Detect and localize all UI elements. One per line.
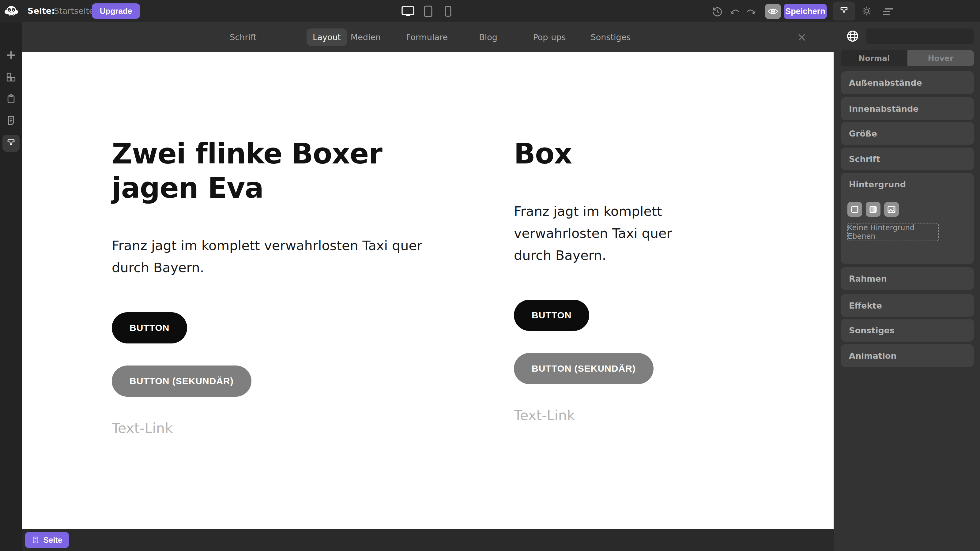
clipboard-icon[interactable] [3,91,19,107]
page-name[interactable]: Startseite [54,6,94,16]
section-hintergrund: Hintergrund Keine Hintergrund-Ebenen [841,173,974,264]
section-schrift[interactable]: Schrift [841,148,974,170]
secondary-button-right[interactable]: BUTTON (SEKUNDÄR) [514,353,654,384]
tab-medien[interactable]: Medien [345,22,387,52]
design-panel-button[interactable] [833,2,855,21]
paragraph-right[interactable]: Franz jagt im komplett verwahrlosten Tax… [514,200,692,266]
left-sidebar: ? [0,22,22,551]
secondary-button-left[interactable]: BUTTON (SEKUNDÄR) [112,365,251,397]
page-context-button[interactable]: Seite [25,532,69,548]
close-icon[interactable] [796,32,807,43]
primary-button-right[interactable]: BUTTON [514,300,589,331]
settings-gear-icon[interactable] [861,5,872,16]
tab-schrift[interactable]: Schrift [224,22,262,52]
top-bar: Seite: Startseite Upgrade [0,0,980,22]
state-toggle: Normal Hover [841,50,974,66]
text-link-left[interactable]: Text-Link [112,420,173,436]
phone-preview-icon[interactable] [445,6,452,17]
state-hover-tab[interactable]: Hover [907,50,974,66]
section-innenabstaende[interactable]: Innenabstände [841,97,974,120]
text-link-right[interactable]: Text-Link [514,407,575,423]
tab-blog[interactable]: Blog [473,22,503,52]
section-effekte[interactable]: Effekte [841,294,974,317]
section-aussenabstaende[interactable]: Außenabstände [841,71,974,94]
section-sonstiges[interactable]: Sonstiges [841,319,974,341]
tab-popups[interactable]: Pop-ups [527,22,572,52]
desktop-preview-icon[interactable] [401,5,415,16]
monkey-logo-icon[interactable] [4,4,18,18]
app-window: Seite: Startseite Upgrade [0,0,980,551]
solid-color-fill-icon[interactable] [847,202,862,217]
blocks-layout-icon[interactable] [3,69,19,85]
page-canvas: Zwei flinke Boxer jagen Eva Franz jagt i… [22,52,834,529]
history-icon[interactable] [711,5,723,17]
section-animation[interactable]: Animation [841,345,974,367]
tablet-preview-icon[interactable] [424,5,433,17]
paragraph-left[interactable]: Franz jagt im komplett verwahrlosten Tax… [112,235,455,279]
heading-right[interactable]: Box [514,137,728,171]
style-paint-brush-icon[interactable] [2,135,20,152]
tab-sonstiges[interactable]: Sonstiges [585,22,637,52]
tab-layout[interactable]: Layout [307,29,347,46]
primary-button-left[interactable]: BUTTON [112,312,187,343]
heading-left[interactable]: Zwei flinke Boxer jagen Eva [112,137,436,205]
tab-formulare[interactable]: Formulare [400,22,454,52]
bottom-bar [22,529,834,551]
state-normal-tab[interactable]: Normal [841,50,907,66]
upgrade-button[interactable]: Upgrade [92,3,140,19]
page-doc-icon [32,536,40,544]
undo-icon[interactable] [730,7,741,16]
add-element-icon[interactable] [3,47,19,63]
background-layers-empty[interactable]: Keine Hintergrund-Ebenen [847,223,939,241]
menu-lines-icon[interactable] [882,8,894,15]
save-button[interactable]: Speichern [784,4,827,19]
globe-icon[interactable] [846,29,859,43]
style-category-tabs: Schrift Layout Medien Formulare Blog Pop… [22,22,834,52]
page-button-label: Seite [43,535,62,545]
pages-document-icon[interactable] [3,113,19,129]
image-fill-icon[interactable] [884,202,899,217]
section-groesse[interactable]: Größe [841,122,974,145]
preview-eye-button[interactable] [765,4,781,19]
page-label: Seite: [27,6,55,16]
section-rahmen[interactable]: Rahmen [841,267,974,290]
gradient-fill-icon[interactable] [866,202,880,217]
redo-icon[interactable] [745,7,756,16]
style-target-select[interactable] [866,29,974,44]
section-hintergrund-header[interactable]: Hintergrund [841,173,974,195]
